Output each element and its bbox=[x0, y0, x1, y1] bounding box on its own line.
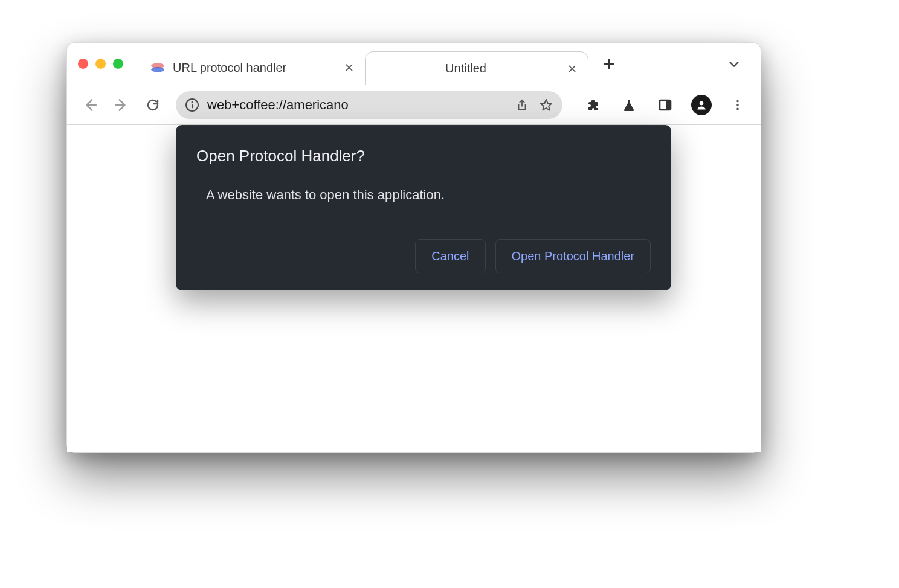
dialog-title: Open Protocol Handler? bbox=[196, 147, 651, 165]
tab-title: URL protocol handler bbox=[173, 61, 335, 75]
back-button[interactable] bbox=[77, 92, 103, 118]
new-tab-button[interactable] bbox=[594, 50, 624, 78]
site-info-icon[interactable] bbox=[184, 97, 200, 113]
reload-button[interactable] bbox=[140, 92, 166, 118]
svg-point-8 bbox=[736, 100, 739, 102]
window-controls bbox=[78, 59, 123, 69]
svg-point-10 bbox=[736, 107, 739, 110]
panel-icon[interactable] bbox=[652, 92, 678, 118]
svg-point-3 bbox=[192, 101, 193, 103]
tab-close-button[interactable] bbox=[342, 60, 356, 75]
window-close-button[interactable] bbox=[78, 59, 88, 69]
bookmark-star-icon[interactable] bbox=[538, 97, 554, 113]
tab-title: Untitled bbox=[374, 62, 558, 75]
avatar-badge bbox=[691, 95, 712, 115]
labs-flask-icon[interactable] bbox=[616, 92, 642, 118]
protocol-handler-dialog: Open Protocol Handler? A website wants t… bbox=[176, 125, 671, 290]
dialog-message: A website wants to open this application… bbox=[206, 187, 651, 203]
window-minimize-button[interactable] bbox=[95, 59, 106, 69]
address-bar[interactable] bbox=[176, 91, 562, 119]
tab-menu-button[interactable] bbox=[720, 50, 749, 78]
tab-favicon bbox=[150, 60, 166, 75]
share-icon[interactable] bbox=[514, 97, 530, 113]
address-actions bbox=[514, 97, 554, 113]
svg-point-1 bbox=[151, 67, 164, 72]
browser-window: URL protocol handler Untitled bbox=[66, 42, 761, 453]
dialog-buttons: Cancel Open Protocol Handler bbox=[196, 239, 651, 273]
tabs: URL protocol handler Untitled bbox=[141, 43, 588, 85]
extensions-icon[interactable] bbox=[579, 92, 606, 118]
address-input[interactable] bbox=[207, 97, 507, 113]
svg-point-7 bbox=[700, 101, 704, 105]
tab-url-protocol-handler[interactable]: URL protocol handler bbox=[141, 51, 365, 85]
open-protocol-handler-button[interactable]: Open Protocol Handler bbox=[495, 239, 651, 273]
toolbar bbox=[67, 85, 761, 125]
profile-avatar[interactable] bbox=[688, 92, 715, 118]
tab-strip: URL protocol handler Untitled bbox=[67, 43, 761, 85]
tab-untitled[interactable]: Untitled bbox=[365, 51, 588, 85]
window-zoom-button[interactable] bbox=[113, 59, 123, 69]
svg-point-9 bbox=[736, 104, 739, 106]
svg-rect-6 bbox=[666, 100, 671, 110]
cancel-button[interactable]: Cancel bbox=[415, 239, 485, 273]
svg-rect-4 bbox=[192, 104, 193, 108]
toolbar-right bbox=[579, 92, 751, 118]
tab-close-button[interactable] bbox=[565, 62, 579, 76]
kebab-menu-icon[interactable] bbox=[724, 92, 751, 118]
forward-button[interactable] bbox=[108, 92, 135, 118]
